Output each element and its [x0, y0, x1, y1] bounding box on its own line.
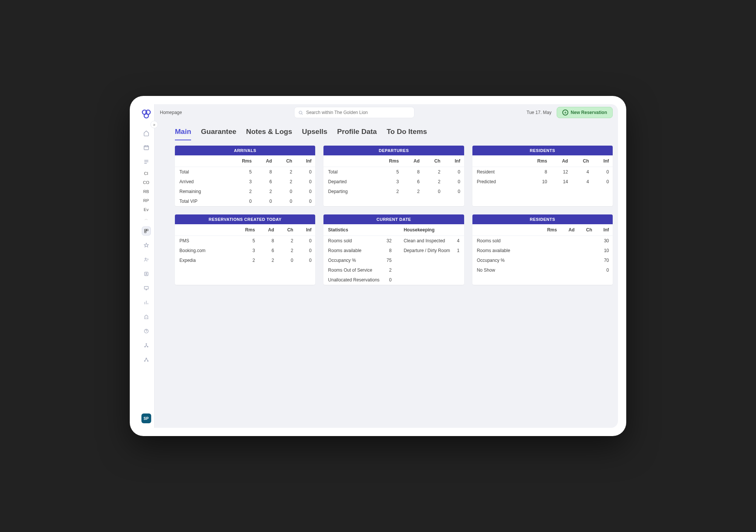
star-icon[interactable]: [142, 241, 151, 250]
sidebar-text-ev[interactable]: Ev: [144, 207, 149, 212]
list-icon[interactable]: [142, 157, 151, 166]
home-icon[interactable]: [142, 129, 151, 138]
table-row[interactable]: Booking.com3620: [175, 246, 315, 255]
tab-notes-logs[interactable]: Notes & Logs: [246, 128, 292, 140]
svg-point-17: [147, 360, 148, 361]
calendar-icon[interactable]: [142, 143, 151, 152]
sidebar-text-co[interactable]: CO: [143, 180, 149, 185]
dashboard-icon[interactable]: [142, 226, 151, 236]
svg-point-12: [146, 344, 146, 344]
statistics-head: Statistics: [323, 224, 385, 236]
reservations-rows: PMS5820Booking.com3620Expedia2200: [175, 236, 315, 266]
network-icon[interactable]: [142, 341, 151, 350]
residents-card: RESIDENTS Rms Ad Ch Inf Resident81240Pre…: [472, 146, 613, 206]
monitor-icon[interactable]: [142, 284, 151, 293]
col-inf: Inf: [296, 155, 315, 167]
current-title: CURRENT DATE: [323, 214, 464, 224]
share-icon[interactable]: [142, 355, 151, 364]
table-row[interactable]: Resident81240: [472, 167, 613, 177]
col-rms: Rms: [228, 155, 255, 167]
arrivals-card: ARRIVALS Rms Ad Ch Inf Total5820Arrived3…: [175, 146, 315, 206]
page-title: Homepage: [160, 110, 182, 115]
svg-point-7: [145, 258, 146, 260]
reservations-title: RESERVATIONS CREATED TODAY: [175, 214, 315, 224]
tab-todo[interactable]: To Do Items: [387, 128, 427, 140]
arrivals-rows: Total5820Arrived3620Remaining2200Total V…: [175, 167, 315, 207]
tab-main[interactable]: Main: [175, 128, 191, 140]
svg-point-16: [144, 360, 145, 361]
current-date: Tue 17. May: [527, 110, 551, 115]
svg-rect-5: [146, 229, 148, 231]
residents2-rows: Rooms sold30Rooms available10Occupancy %…: [472, 236, 613, 275]
sidebar-expand-icon[interactable]: »: [150, 121, 158, 128]
table-row[interactable]: Rooms sold30: [472, 236, 613, 246]
residents-title: RESIDENTS: [472, 146, 613, 155]
table-row[interactable]: Predicted101440: [472, 177, 613, 187]
table-row[interactable]: Rooms Out of Service2: [323, 265, 464, 275]
svg-point-15: [146, 358, 146, 359]
chevron-up-icon[interactable]: ︿: [144, 216, 148, 222]
table-row[interactable]: Total VIP0000: [175, 196, 315, 206]
col-ad: Ad: [255, 155, 276, 167]
svg-point-18: [299, 111, 302, 114]
residents-rows: Resident81240Predicted101440: [472, 167, 613, 187]
table-row[interactable]: Unallocated Reservations0: [323, 275, 464, 285]
table-row[interactable]: Rooms sold32Clean and Inspected4: [323, 236, 464, 246]
plus-icon: +: [562, 109, 568, 116]
chart-icon[interactable]: [142, 298, 151, 307]
svg-rect-4: [144, 229, 146, 231]
profile-icon[interactable]: [142, 269, 151, 278]
svg-rect-10: [144, 286, 148, 289]
table-row[interactable]: PMS5820: [175, 236, 315, 246]
svg-rect-6: [144, 231, 146, 233]
current-date-card: CURRENT DATE Statistics Housekeeping Roo…: [323, 214, 464, 285]
topbar: Homepage Tue 17. May + New Reservation: [155, 104, 618, 121]
tab-guarantee[interactable]: Guarantee: [201, 128, 236, 140]
col-ch: Ch: [276, 155, 296, 167]
table-row[interactable]: Remaining2200: [175, 187, 315, 196]
table-row[interactable]: Departed3620: [323, 177, 464, 187]
building-icon[interactable]: [142, 312, 151, 321]
new-reservation-label: New Reservation: [571, 110, 607, 115]
avatar[interactable]: SP: [141, 413, 151, 423]
app-logo-icon: [141, 109, 152, 119]
sidebar-text-rb[interactable]: RB: [143, 189, 149, 194]
housekeeping-head: Housekeeping: [397, 224, 455, 236]
table-row[interactable]: Occupancy %75: [323, 255, 464, 265]
table-row[interactable]: Total5820: [323, 167, 464, 177]
tabs: Main Guarantee Notes & Logs Upsells Prof…: [155, 121, 618, 140]
current-rows: Rooms sold32Clean and Inspected4Rooms av…: [323, 236, 464, 285]
table-row[interactable]: Rooms available10: [472, 246, 613, 255]
svg-point-9: [146, 273, 146, 274]
residents2-title: RESIDENTS: [472, 214, 613, 224]
table-row[interactable]: No Show0: [472, 265, 613, 275]
help-icon[interactable]: [142, 327, 151, 336]
departures-card: DEPARTURES Rms Ad Ch Inf Total5820Depart…: [323, 146, 464, 206]
residents2-card: RESIDENTS Rms Ad Ch Inf Rooms sold30Room…: [472, 214, 613, 285]
users-icon[interactable]: [142, 255, 151, 264]
search-input[interactable]: [294, 107, 414, 118]
table-row[interactable]: Arrived3620: [175, 177, 315, 187]
new-reservation-button[interactable]: + New Reservation: [557, 107, 613, 118]
sidebar: » CI CO RB RP Ev ︿: [138, 104, 155, 428]
tab-profile-data[interactable]: Profile Data: [337, 128, 377, 140]
svg-rect-3: [144, 146, 149, 150]
table-row[interactable]: Total5820: [175, 167, 315, 177]
sidebar-text-ci[interactable]: CI: [144, 171, 148, 176]
table-row[interactable]: Rooms available8Departure / Dirty Room1: [323, 246, 464, 255]
table-row[interactable]: Occupancy %70: [472, 255, 613, 265]
departures-title: DEPARTURES: [323, 146, 464, 155]
arrivals-title: ARRIVALS: [175, 146, 315, 155]
departures-rows: Total5820Departed3620Departing2200: [323, 167, 464, 197]
table-row[interactable]: Expedia2200: [175, 255, 315, 265]
search-icon: [298, 110, 303, 115]
reservations-card: RESERVATIONS CREATED TODAY Rms Ad Ch Inf…: [175, 214, 315, 285]
tab-upsells[interactable]: Upsells: [302, 128, 328, 140]
table-row[interactable]: Departing2200: [323, 187, 464, 196]
sidebar-text-rp[interactable]: RP: [143, 198, 149, 203]
